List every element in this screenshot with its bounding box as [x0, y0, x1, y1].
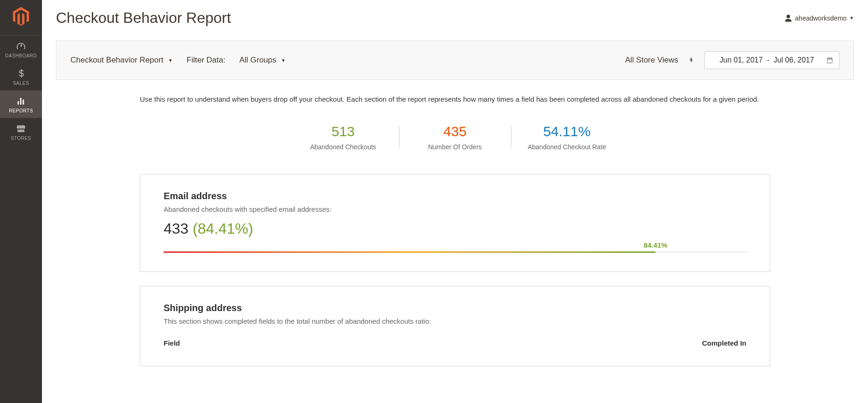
gauge-icon [0, 41, 42, 51]
progress-bar: 84.41% [164, 251, 746, 253]
table-header: Field Completed In [164, 339, 746, 347]
filter-data-label: Filter Data: [186, 56, 225, 65]
stat-value: 435 [408, 124, 502, 139]
caret-down-icon: ▼ [281, 58, 286, 63]
group-dropdown[interactable]: All Groups ▼ [239, 56, 285, 65]
section-subtitle: Abandoned checkouts with specified email… [164, 205, 746, 213]
report-description: Use this report to understand when buyer… [140, 94, 770, 105]
sidebar-item-reports[interactable]: REPORTS [0, 90, 42, 118]
stat-label: Number Of Orders [408, 143, 502, 151]
dollar-icon [0, 69, 42, 79]
user-icon [784, 14, 792, 22]
filter-left: Checkout Behavior Report ▼ Filter Data: … [70, 56, 286, 65]
email-count: 433 [164, 220, 188, 237]
stat-value: 513 [296, 124, 390, 139]
col-completed-in: Completed In [702, 339, 746, 347]
stat-label: Abandoned Checkouts [296, 143, 390, 151]
user-name: aheadworksdemo [795, 14, 847, 22]
sidebar-item-label: STORES [0, 136, 42, 141]
sidebar-item-sales[interactable]: SALES [0, 63, 42, 90]
main-content: Checkout Behavior Report aheadworksdemo … [42, 0, 868, 399]
page-title: Checkout Behavior Report [56, 9, 231, 27]
email-section: Email address Abandoned checkouts with s… [140, 174, 770, 272]
col-field: Field [164, 339, 180, 347]
user-menu[interactable]: aheadworksdemo ▼ [784, 14, 854, 22]
filter-bar: Checkout Behavior Report ▼ Filter Data: … [56, 41, 854, 80]
pointer-cursor-icon [688, 56, 695, 64]
shipping-section: Shipping address This section shows comp… [140, 286, 770, 366]
bar-chart-icon [0, 96, 42, 106]
date-from: Jun 01, 2017 [720, 56, 763, 64]
filter-right: All Store Views Jun 01, 2017 - Jul 06, 2… [625, 51, 840, 69]
stat-abandoned-rate: 54.11% Abandoned Checkout Rate [511, 124, 623, 151]
sidebar-item-label: SALES [0, 81, 42, 86]
caret-down-icon: ▼ [849, 15, 854, 21]
date-to: Jul 06, 2017 [773, 56, 814, 64]
magento-logo[interactable] [12, 7, 30, 26]
sidebar-item-stores[interactable]: STORES [0, 118, 42, 146]
group-label: All Groups [239, 56, 276, 65]
report-type-label: Checkout Behavior Report [70, 56, 163, 65]
progress-track [164, 251, 746, 253]
stat-label: Abandoned Checkout Rate [520, 143, 613, 151]
store-icon [0, 124, 42, 134]
summary-stats: 513 Abandoned Checkouts 435 Number Of Or… [140, 124, 770, 151]
sidebar: DASHBOARD SALES REPORTS STORES [0, 0, 42, 399]
caret-down-icon: ▼ [168, 58, 172, 63]
sidebar-item-label: REPORTS [0, 108, 42, 113]
section-title: Shipping address [164, 303, 746, 313]
calendar-icon [826, 56, 834, 64]
email-percent: (84.41%) [193, 220, 253, 237]
section-subtitle: This section shows completed fields to t… [164, 317, 746, 325]
store-scope-selector[interactable]: All Store Views [625, 56, 678, 65]
sidebar-item-dashboard[interactable]: DASHBOARD [0, 35, 42, 63]
page-header: Checkout Behavior Report aheadworksdemo … [56, 9, 854, 27]
report-content: Use this report to understand when buyer… [56, 80, 854, 399]
progress-label: 84.41% [644, 241, 668, 249]
stat-abandoned-checkouts: 513 Abandoned Checkouts [287, 124, 399, 151]
sidebar-item-label: DASHBOARD [0, 53, 42, 58]
section-title: Email address [164, 191, 746, 202]
date-range-picker[interactable]: Jun 01, 2017 - Jul 06, 2017 [704, 51, 840, 69]
stat-number-of-orders: 435 Number Of Orders [399, 124, 511, 151]
report-type-dropdown[interactable]: Checkout Behavior Report ▼ [70, 56, 172, 65]
progress-fill [164, 251, 655, 253]
stat-value: 54.11% [520, 124, 613, 139]
email-metric: 433 (84.41%) [164, 220, 746, 237]
scope-label: All Store Views [625, 56, 678, 64]
